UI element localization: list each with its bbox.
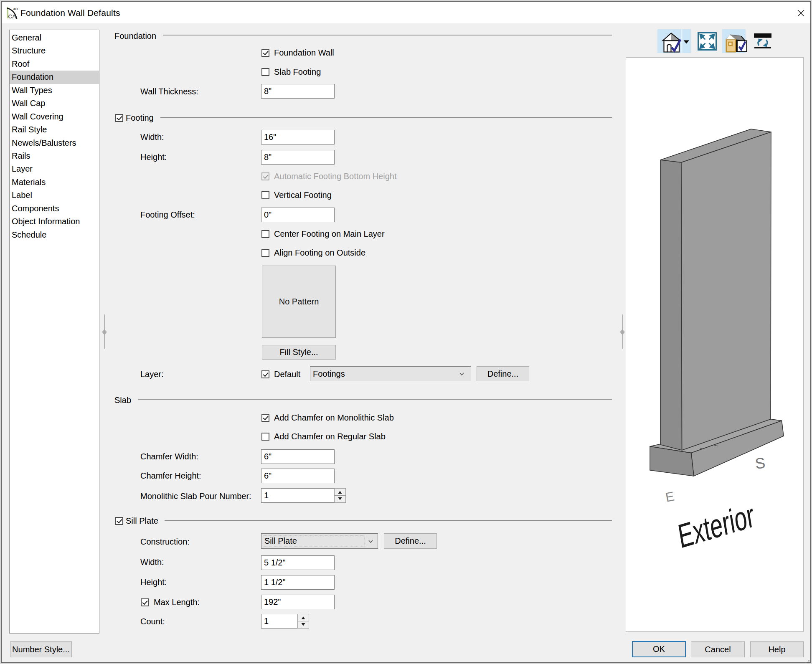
svg-text:Exterior: Exterior <box>675 496 757 555</box>
svg-text:E: E <box>664 489 675 505</box>
svg-text:S: S <box>754 454 766 472</box>
svg-text:X17: X17 <box>13 8 18 10</box>
svg-text:CA: CA <box>8 13 16 19</box>
